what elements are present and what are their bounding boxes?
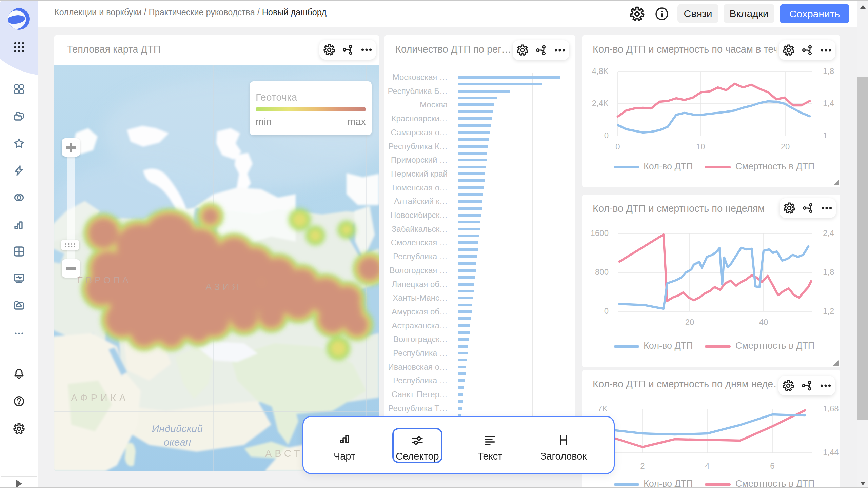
svg-text:АФРИКА: АФРИКА [71, 392, 129, 403]
svg-text:АЗИЯ: АЗИЯ [205, 282, 241, 292]
svg-text:Индийский: Индийский [152, 423, 203, 434]
svg-text:океан: океан [164, 436, 191, 448]
svg-text:ЕВРОПА: ЕВРОПА [77, 275, 131, 285]
